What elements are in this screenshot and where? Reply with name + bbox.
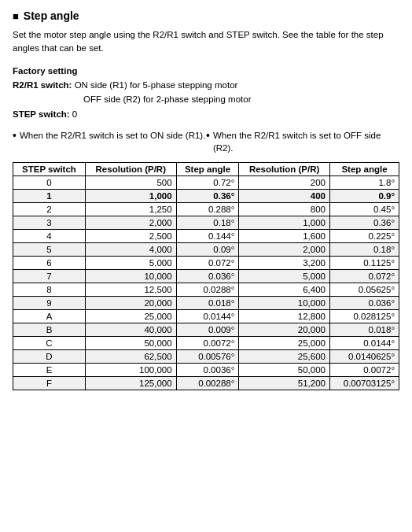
cell-14-0: E [13, 364, 86, 377]
r2r1-value1: ON side (R1) for 5-phase stepping motor [75, 80, 238, 90]
cell-1-0: 1 [13, 190, 86, 203]
table-row: 812,5000.0288°6,4000.05625° [13, 283, 399, 297]
step-label: STEP switch: [13, 109, 70, 119]
cell-15-3: 51,200 [239, 377, 330, 390]
cell-11-2: 0.009° [176, 323, 239, 337]
factory-setting: Factory setting R2/R1 switch: ON side (R… [13, 64, 399, 122]
cell-15-1: 125,000 [85, 377, 176, 390]
cell-9-2: 0.018° [176, 297, 239, 310]
cell-6-1: 5,000 [85, 257, 176, 270]
table-row: E100,0000.0036°50,0000.0072° [13, 364, 399, 377]
table-row: 05000.72°2001.8° [13, 176, 399, 190]
cell-11-1: 40,000 [85, 323, 176, 337]
cell-1-3: 400 [239, 190, 330, 203]
bullet-row: • When the R2/R1 switch is set to ON sid… [13, 129, 399, 154]
cell-14-4: 0.0072° [330, 364, 399, 377]
cell-0-4: 1.8° [330, 176, 399, 190]
table-row: 54,0000.09°2,0000.18° [13, 243, 399, 257]
section-title: Step angle [13, 9, 399, 22]
cell-9-1: 20,000 [85, 297, 176, 310]
cell-14-1: 100,000 [85, 364, 176, 377]
cell-0-3: 200 [239, 176, 330, 190]
cell-6-0: 6 [13, 257, 86, 270]
cell-5-2: 0.09° [176, 243, 239, 257]
cell-10-3: 12,800 [239, 310, 330, 323]
cell-1-4: 0.9° [330, 190, 399, 203]
cell-9-0: 9 [13, 297, 86, 310]
cell-9-4: 0.036° [330, 297, 399, 310]
cell-7-1: 10,000 [85, 270, 176, 283]
col-header-3: Resolution (P/R) [239, 163, 330, 176]
cell-13-0: D [13, 350, 86, 364]
description: Set the motor step angle using the R2/R1… [13, 28, 399, 56]
cell-3-3: 1,000 [239, 216, 330, 230]
cell-8-1: 12,500 [85, 283, 176, 297]
factory-label: Factory setting [13, 64, 399, 78]
cell-2-4: 0.45° [330, 203, 399, 216]
cell-3-2: 0.18° [176, 216, 239, 230]
table-header-row: STEP switchResolution (P/R)Step angleRes… [13, 163, 399, 176]
cell-13-1: 62,500 [85, 350, 176, 364]
table-row: A25,0000.0144°12,8000.028125° [13, 310, 399, 323]
cell-12-1: 50,000 [85, 337, 176, 350]
cell-14-2: 0.0036° [176, 364, 239, 377]
cell-10-1: 25,000 [85, 310, 176, 323]
title-text: Step angle [24, 9, 79, 22]
bullet-icon-2: • [206, 129, 210, 142]
cell-15-0: F [13, 377, 86, 390]
cell-4-4: 0.225° [330, 230, 399, 243]
cell-8-0: 8 [13, 283, 86, 297]
cell-0-2: 0.72° [176, 176, 239, 190]
cell-12-0: C [13, 337, 86, 350]
cell-8-3: 6,400 [239, 283, 330, 297]
bullet-text-2: When the R2/R1 switch is set to OFF side… [213, 129, 399, 154]
cell-6-3: 3,200 [239, 257, 330, 270]
cell-4-2: 0.144° [176, 230, 239, 243]
cell-13-4: 0.0140625° [330, 350, 399, 364]
cell-5-3: 2,000 [239, 243, 330, 257]
cell-2-1: 1,250 [85, 203, 176, 216]
table-row: 710,0000.036°5,0000.072° [13, 270, 399, 283]
cell-11-0: B [13, 323, 86, 337]
table-row: 21,2500.288°8000.45° [13, 203, 399, 216]
table-row: F125,0000.00288°51,2000.00703125° [13, 377, 399, 390]
cell-6-4: 0.1125° [330, 257, 399, 270]
col-header-2: Step angle [176, 163, 239, 176]
cell-7-2: 0.036° [176, 270, 239, 283]
cell-5-1: 4,000 [85, 243, 176, 257]
cell-9-3: 10,000 [239, 297, 330, 310]
table-row: 11,0000.36°4000.9° [13, 190, 399, 203]
cell-0-1: 500 [85, 176, 176, 190]
bullet-col-1: • When the R2/R1 switch is set to ON sid… [13, 129, 206, 154]
cell-0-0: 0 [13, 176, 86, 190]
table-row: 42,5000.144°1,6000.225° [13, 230, 399, 243]
cell-13-2: 0.00576° [176, 350, 239, 364]
r2r1-value2: OFF side (R2) for 2-phase stepping motor [83, 94, 251, 104]
cell-1-1: 1,000 [85, 190, 176, 203]
cell-10-4: 0.028125° [330, 310, 399, 323]
col-header-0: STEP switch [13, 163, 86, 176]
bullet-text-1: When the R2/R1 switch is set to ON side … [20, 129, 205, 142]
cell-12-3: 25,000 [239, 337, 330, 350]
cell-11-4: 0.018° [330, 323, 399, 337]
cell-4-3: 1,600 [239, 230, 330, 243]
cell-10-0: A [13, 310, 86, 323]
cell-3-1: 2,000 [85, 216, 176, 230]
cell-6-2: 0.072° [176, 257, 239, 270]
cell-13-3: 25,600 [239, 350, 330, 364]
cell-15-2: 0.00288° [176, 377, 239, 390]
r2r1-line: R2/R1 switch: ON side (R1) for 5-phase s… [13, 78, 399, 92]
step-value: 0 [72, 109, 77, 119]
table-row: B40,0000.009°20,0000.018° [13, 323, 399, 337]
table-row: D62,5000.00576°25,6000.0140625° [13, 350, 399, 364]
col-header-1: Resolution (P/R) [85, 163, 176, 176]
cell-10-2: 0.0144° [176, 310, 239, 323]
col-header-4: Step angle [330, 163, 399, 176]
cell-4-0: 4 [13, 230, 86, 243]
cell-2-0: 2 [13, 203, 86, 216]
cell-3-0: 3 [13, 216, 86, 230]
cell-3-4: 0.36° [330, 216, 399, 230]
cell-7-0: 7 [13, 270, 86, 283]
cell-7-4: 0.072° [330, 270, 399, 283]
bullet-col-2: • When the R2/R1 switch is set to OFF si… [206, 129, 399, 154]
